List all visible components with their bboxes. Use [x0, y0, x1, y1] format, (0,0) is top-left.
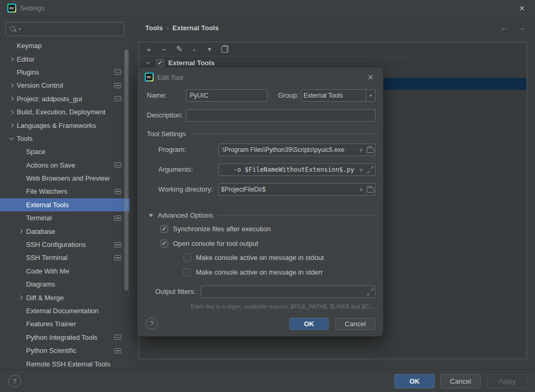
- dialog-ok-button[interactable]: OK: [289, 318, 329, 330]
- back-arrow-icon[interactable]: ←: [501, 23, 508, 32]
- sidebar-item[interactable]: Diagrams: [0, 278, 130, 291]
- program-field[interactable]: +: [218, 144, 376, 156]
- output-filters-field[interactable]: [201, 286, 376, 298]
- browse-folder-icon[interactable]: [366, 184, 375, 195]
- insert-macro-icon[interactable]: +: [356, 144, 366, 156]
- checkbox[interactable]: [183, 268, 191, 276]
- dialog-footer-bar: ? OK Cancel Apply: [0, 370, 535, 392]
- copy-tool-button[interactable]: [219, 44, 230, 54]
- settings-apply-button[interactable]: Apply: [487, 374, 527, 388]
- sidebar-item[interactable]: Python Integrated Tools: [0, 331, 130, 344]
- arguments-input[interactable]: [219, 166, 356, 173]
- option-checkbox-row[interactable]: Open console for tool output: [160, 237, 258, 249]
- sidebar-item[interactable]: Remote SSH External Tools: [0, 357, 130, 370]
- advanced-options-section[interactable]: Advanced Options: [149, 211, 376, 219]
- expand-chevron-icon[interactable]: [9, 136, 14, 140]
- dialog-close-icon[interactable]: ✕: [365, 72, 376, 82]
- combo-dropdown-arrow-icon[interactable]: ▼: [366, 90, 375, 101]
- sidebar-item-label: Actions on Save: [26, 161, 75, 169]
- sidebar-item-label: Terminal: [26, 214, 52, 222]
- checkbox[interactable]: [160, 225, 168, 233]
- expand-chevron-icon[interactable]: [18, 229, 22, 233]
- sidebar-item[interactable]: Space: [0, 145, 130, 158]
- sidebar-item[interactable]: External Documentation: [0, 304, 130, 317]
- breadcrumb: Tools›External Tools: [145, 24, 219, 32]
- sidebar-item[interactable]: Build, Execution, Deployment: [0, 105, 130, 118]
- working-directory-input[interactable]: [219, 186, 356, 193]
- collapse-arrow-icon[interactable]: [149, 214, 153, 217]
- tree-collapse-chevron-icon[interactable]: [146, 60, 150, 64]
- sidebar-item[interactable]: Diff & Merge: [0, 291, 130, 304]
- description-label: Description:: [147, 109, 183, 122]
- sidebar-item[interactable]: Keymap: [0, 39, 130, 52]
- settings-sidebar: ▾ Keymap Editor Plugins: [0, 17, 130, 370]
- group-combobox[interactable]: ▼: [301, 89, 376, 102]
- settings-ok-button[interactable]: OK: [394, 374, 435, 388]
- advanced-options-label: Advanced Options: [158, 211, 213, 219]
- sidebar-item[interactable]: Terminal: [0, 211, 130, 224]
- insert-macro-icon[interactable]: +: [356, 164, 366, 175]
- sidebar-item-label: Remote SSH External Tools: [26, 360, 110, 368]
- output-filters-hint: Each line is a regex, available macros: …: [187, 303, 379, 310]
- breadcrumb-tools[interactable]: Tools: [145, 24, 163, 32]
- option-checkbox-row[interactable]: Make console active on message in stderr: [183, 266, 323, 278]
- sidebar-item[interactable]: SSH Configurations: [0, 238, 130, 251]
- sidebar-item[interactable]: Features Trainer: [0, 317, 130, 330]
- edit-tool-button[interactable]: ✎: [174, 44, 184, 54]
- expand-chevron-icon[interactable]: [9, 57, 14, 61]
- expand-field-icon[interactable]: [366, 164, 375, 175]
- window-close-icon[interactable]: ✕: [516, 3, 528, 14]
- tools-toolbar: + − ✎ ▲ ▼: [139, 42, 527, 56]
- expand-chevron-icon[interactable]: [9, 110, 14, 114]
- browse-folder-icon[interactable]: [366, 144, 375, 156]
- sidebar-item[interactable]: Python Scientific: [0, 344, 130, 357]
- sidebar-item[interactable]: SSH Terminal: [0, 251, 130, 264]
- add-tool-button[interactable]: +: [144, 44, 154, 54]
- sidebar-item-label: Build, Execution, Deployment: [17, 108, 106, 116]
- expand-chevron-icon[interactable]: [9, 97, 14, 101]
- sidebar-item-label: Plugins: [17, 68, 39, 76]
- option-checkbox-row[interactable]: Make console active on message in stdout: [183, 252, 324, 263]
- tree-root-checkbox[interactable]: [156, 59, 164, 67]
- expand-chevron-icon[interactable]: [18, 295, 22, 300]
- sidebar-item[interactable]: Tools: [0, 132, 130, 145]
- sidebar-item-label: Database: [26, 228, 55, 235]
- output-filters-input[interactable]: [201, 288, 366, 295]
- settings-cancel-button[interactable]: Cancel: [440, 374, 481, 388]
- checkbox[interactable]: [183, 254, 191, 262]
- sidebar-item[interactable]: Code With Me: [0, 265, 130, 278]
- sidebar-item[interactable]: Web Browsers and Preview: [0, 172, 130, 185]
- name-field[interactable]: [186, 89, 268, 102]
- move-down-button[interactable]: ▼: [204, 44, 215, 54]
- settings-search-box[interactable]: ▾: [5, 22, 124, 36]
- expand-field-icon[interactable]: [366, 286, 375, 298]
- description-field[interactable]: [186, 109, 376, 122]
- working-directory-field[interactable]: +: [218, 183, 376, 196]
- sidebar-item[interactable]: Plugins: [0, 66, 130, 79]
- program-label: Program:: [158, 144, 186, 156]
- expand-chevron-icon[interactable]: [9, 123, 14, 127]
- checkbox[interactable]: [160, 240, 168, 247]
- sidebar-item[interactable]: Editor: [0, 52, 130, 65]
- sidebar-scrollbar[interactable]: [124, 50, 129, 291]
- expand-chevron-icon[interactable]: [9, 84, 14, 88]
- dialog-cancel-button[interactable]: Cancel: [335, 318, 375, 330]
- move-up-button[interactable]: ▲: [189, 44, 200, 54]
- program-input[interactable]: [219, 146, 356, 153]
- forward-arrow-icon[interactable]: →: [518, 23, 526, 32]
- option-checkbox-row[interactable]: Synchronize files after execution: [160, 223, 271, 234]
- help-button[interactable]: ?: [8, 375, 21, 387]
- sidebar-item[interactable]: Languages & Frameworks: [0, 118, 130, 132]
- search-input[interactable]: [21, 25, 124, 33]
- sidebar-item[interactable]: External Tools: [0, 198, 130, 211]
- sidebar-item[interactable]: Project: addposts_gui: [0, 92, 130, 105]
- sidebar-item[interactable]: Actions on Save: [0, 159, 130, 172]
- remove-tool-button[interactable]: −: [159, 44, 169, 54]
- sidebar-item[interactable]: File Watchers: [0, 185, 130, 198]
- arguments-field[interactable]: +: [218, 163, 376, 176]
- settings-nav-list: Keymap Editor Plugins Version: [0, 39, 130, 370]
- sidebar-item[interactable]: Version Control: [0, 79, 130, 92]
- insert-macro-icon[interactable]: +: [356, 184, 366, 195]
- dialog-help-button[interactable]: ?: [146, 317, 158, 329]
- sidebar-item[interactable]: Database: [0, 224, 130, 237]
